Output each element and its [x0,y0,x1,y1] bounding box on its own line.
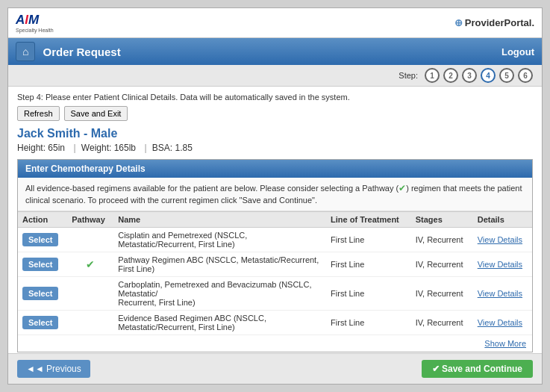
main-content: Step 4: Please enter Patient Clinical De… [8,87,542,353]
provider-portal-label: ⊕ProviderPortal. [454,17,534,28]
view-details-link-2[interactable]: View Details [478,289,522,298]
table-row: Select ✔ Pathway Regimen ABC (NSCLC, Met… [18,252,532,277]
save-continue-button[interactable]: ✔ Save and Continue [422,360,533,378]
show-more-row: Show More [18,335,532,352]
nav-title: Order Request [43,46,120,58]
regimen-table: Action Pathway Name Line of Treatment St… [18,211,532,335]
step-6: 6 [518,68,533,83]
regimen-stages: IV, Recurrent [411,252,473,277]
regimen-line: First Line [326,228,411,252]
col-name: Name [113,212,326,228]
chemo-note: All evidence-based regimens available fo… [18,178,532,211]
chemo-header: Enter Chemotherapy Details [18,160,532,178]
chemo-section: Enter Chemotherapy Details All evidence-… [17,159,533,352]
regimen-name: Cisplatin and Pemetrexed (NSCLC, Metasta… [113,228,326,252]
select-button-1[interactable]: Select [22,258,58,271]
app-header: AIM Specialty Health ⊕ProviderPortal. [8,8,542,38]
pathway-icon: ✔ [399,183,406,193]
refresh-button[interactable]: Refresh [17,106,60,121]
home-icon: ⌂ [22,46,28,57]
view-details-link-1[interactable]: View Details [478,260,522,269]
show-more-link[interactable]: Show More [484,339,526,348]
logo-aim-text: AIM [16,13,39,28]
col-stages: Stages [411,212,473,228]
regimen-stages: IV, Recurrent [411,311,473,335]
logo-subtitle: Specialty Health [16,28,54,33]
col-line: Line of Treatment [326,212,411,228]
select-button-3[interactable]: Select [22,316,58,329]
regimen-name: Evidence Based Regimen ABC (NSCLC, Metas… [113,311,326,335]
regimen-stages: IV, Recurrent [411,277,473,311]
regimen-name: Pathway Regimen ABC (NSCLC, Metastatic/R… [113,252,326,277]
step-3: 3 [462,68,477,83]
footer-bar: ◄◄ Previous ✔ Save and Continue [8,353,542,384]
regimen-line: First Line [326,277,411,311]
regimen-line: First Line [326,311,411,335]
select-button-0[interactable]: Select [22,233,58,246]
step-5: 5 [499,68,514,83]
logo: AIM Specialty Health [16,13,54,33]
step-label: Step: [399,71,418,80]
step-bar: Step: 1 2 3 4 5 6 [8,65,542,87]
col-details: Details [473,212,532,228]
table-row: Select Cisplatin and Pemetrexed (NSCLC, … [18,228,532,252]
globe-icon: ⊕ [454,17,463,28]
step-2: 2 [443,68,458,83]
col-action: Action [18,212,67,228]
save-exit-button[interactable]: Save and Exit [64,106,128,121]
previous-button[interactable]: ◄◄ Previous [17,360,90,378]
step-1: 1 [425,68,440,83]
regimen-stages: IV, Recurrent [411,228,473,252]
view-details-link-0[interactable]: View Details [478,235,522,244]
regimen-line: First Line [326,252,411,277]
home-button[interactable]: ⌂ [16,42,35,61]
patient-stats: Height: 65in | Weight: 165lb | BSA: 1.85 [17,143,533,153]
col-pathway: Pathway [67,212,113,228]
nav-bar: ⌂ Order Request Logout [8,38,542,65]
instruction-text: Step 4: Please enter Patient Clinical De… [17,93,533,102]
regimen-name: Carboplatin, Pemetrexed and Bevacizumab … [113,277,326,311]
select-button-2[interactable]: Select [22,287,58,300]
pathway-check-icon: ✔ [86,258,95,270]
table-row: Select Carboplatin, Pemetrexed and Bevac… [18,277,532,311]
patient-name: Jack Smith - Male [17,127,533,140]
step-4: 4 [481,68,496,83]
logout-button[interactable]: Logout [501,46,534,57]
table-row: Select Evidence Based Regimen ABC (NSCLC… [18,311,532,335]
view-details-link-3[interactable]: View Details [478,318,522,327]
